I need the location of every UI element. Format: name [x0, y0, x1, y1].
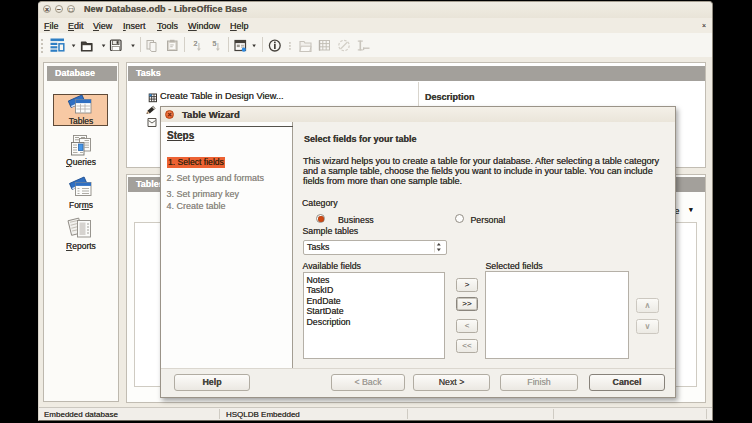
svg-text:5: 5: [213, 40, 217, 47]
svg-text:2: 2: [194, 40, 198, 47]
